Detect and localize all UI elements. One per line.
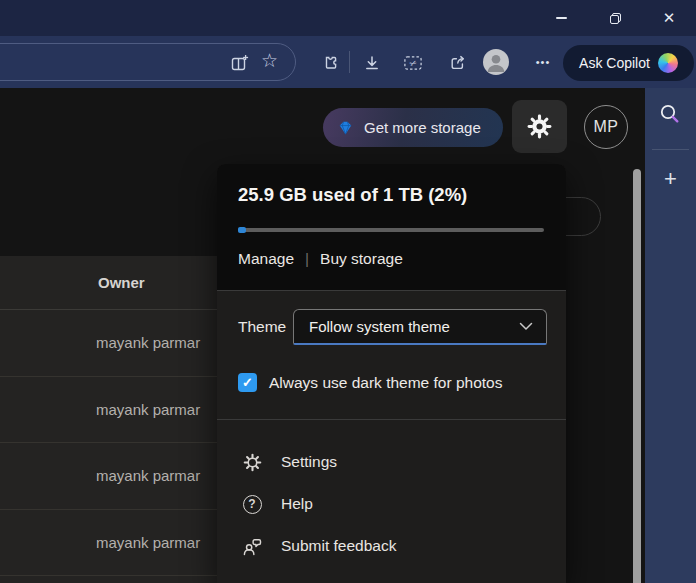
menu-item-settings[interactable]: Settings [217,441,566,483]
downloads-icon[interactable] [362,53,382,73]
minimize-button[interactable] [545,0,577,36]
buy-storage-link[interactable]: Buy storage [320,250,403,268]
theme-select-dropdown[interactable]: Follow system theme [293,309,547,345]
page-scrollbar-thumb[interactable] [633,169,641,583]
storage-progress-fill [238,227,246,233]
browser-menu-ellipsis[interactable]: ••• [528,49,558,75]
share-icon[interactable] [447,53,467,73]
onedrive-settings-gear-button[interactable] [512,100,567,153]
restore-icon [610,13,621,24]
get-more-storage-button[interactable]: Get more storage [323,108,503,147]
account-initials: MP [594,118,619,136]
close-button[interactable]: ✕ [653,0,685,36]
manage-link[interactable]: Manage [238,250,294,268]
theme-label: Theme [238,318,286,336]
menu-item-label: Help [281,495,313,513]
owner-cell: mayank parmar [96,334,200,351]
dark-photos-checkbox-label[interactable]: Always use dark theme for photos [269,374,502,392]
browser-toolbar: ☆ ✂ [0,36,696,88]
theme-section: Theme Follow system theme ✓ Always use d… [217,290,566,419]
edge-sidebar: + [645,88,696,583]
links-separator: | [305,250,309,268]
page-content: Get more storage MP [0,88,696,583]
menu-item-submit-feedback[interactable]: Submit feedback [217,525,566,567]
onedrive-settings-flyout: 25.9 GB used of 1 TB (2%) Manage | Buy s… [217,164,566,583]
ask-copilot-button[interactable]: Ask Copilot [563,45,694,81]
split-screen-icon[interactable] [229,53,249,73]
browser-profile-avatar[interactable] [483,49,509,75]
browser-window: ✕ ☆ ✂ [0,0,696,583]
copilot-logo-icon [658,53,678,73]
menu-item-label: Submit feedback [281,537,396,555]
account-avatar[interactable]: MP [584,105,628,149]
favorites-star-icon[interactable]: ☆ [261,48,278,74]
svg-text:✂: ✂ [408,57,419,69]
toolbar-divider [349,51,350,73]
owner-cell: mayank parmar [96,401,200,418]
owner-cell: mayank parmar [96,534,200,551]
sidebar-search-icon[interactable] [656,100,684,128]
menu-item-help[interactable]: ? Help [217,483,566,525]
minimize-icon [556,17,567,19]
sidebar-add-icon[interactable]: + [645,164,696,194]
menu-item-label: Settings [281,453,337,471]
dark-photos-checkbox[interactable]: ✓ [238,373,257,392]
address-bar[interactable] [0,43,296,81]
restore-button[interactable] [599,0,631,36]
browser-titlebar: ✕ [0,0,696,36]
storage-section: 25.9 GB used of 1 TB (2%) Manage | Buy s… [217,164,566,290]
storage-progress-bar [238,228,544,232]
flyout-menu: Settings ? Help S [217,419,566,567]
web-capture-icon[interactable]: ✂ [403,53,423,73]
chevron-down-icon [519,322,533,331]
close-icon: ✕ [663,9,676,27]
sidebar-divider [652,149,689,150]
gear-icon [526,113,553,140]
theme-selected-value: Follow system theme [309,318,519,335]
premium-diamond-icon [336,118,355,137]
get-more-storage-label: Get more storage [364,119,481,136]
owner-cell: mayank parmar [96,467,200,484]
feedback-icon [241,535,263,557]
settings-gear-icon [241,451,263,473]
help-icon: ? [241,493,263,515]
extensions-puzzle-icon[interactable] [320,53,340,73]
checkmark-icon: ✓ [242,375,253,390]
storage-usage-heading: 25.9 GB used of 1 TB (2%) [238,184,467,206]
ask-copilot-label: Ask Copilot [579,55,650,71]
